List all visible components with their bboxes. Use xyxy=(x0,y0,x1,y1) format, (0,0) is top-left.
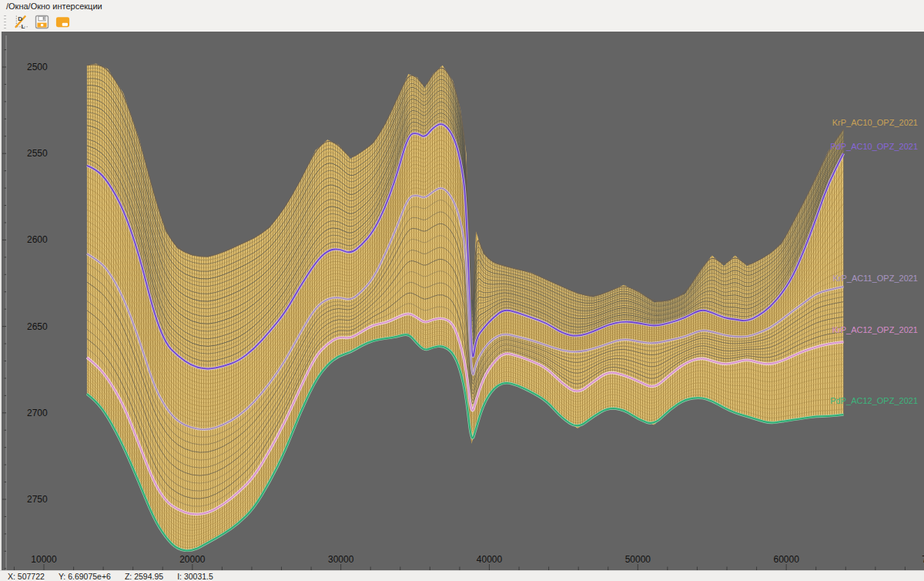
toolbar: D L xyxy=(0,12,924,32)
status-x-coordinate: X: 507722 xyxy=(8,572,45,581)
app-window: /Окна/Окно интерсекции D L xyxy=(0,0,924,581)
export-tray-icon xyxy=(55,14,71,30)
intersection-section-canvas[interactable]: 2500255026002650270027501000020000300004… xyxy=(2,32,924,570)
status-z-coordinate: Z: 2594.95 xyxy=(125,572,163,581)
save-button[interactable] xyxy=(32,13,51,31)
status-bar: X: 507722 Y: 6.69075e+6 Z: 2594.95 I: 30… xyxy=(0,570,924,581)
status-y-coordinate: Y: 6.69075e+6 xyxy=(59,572,111,581)
y-axis-label: 2750 xyxy=(27,494,48,505)
crossplot-tool-button[interactable]: D L xyxy=(12,13,30,31)
svg-text:L: L xyxy=(21,23,25,30)
status-i-coordinate: I: 30031.5 xyxy=(177,572,213,581)
crossplot-icon: D L xyxy=(13,14,29,30)
export-button[interactable] xyxy=(53,13,72,31)
x-axis-label: 30000 xyxy=(328,554,354,565)
x-axis-label: 50000 xyxy=(625,554,651,565)
intersection-plot-area[interactable]: 2500255026002650270027501000020000300004… xyxy=(0,32,924,570)
horizon-name-label: KrP_AC12_OPZ_2021 xyxy=(832,325,918,334)
toolbar-grip-handle[interactable] xyxy=(4,15,6,29)
horizon-name-label: PdP_AC12_OPZ_2021 xyxy=(830,396,918,405)
y-axis-label: 2500 xyxy=(27,62,48,72)
svg-text:D: D xyxy=(18,15,22,22)
y-axis-label: 2700 xyxy=(27,408,48,418)
window-title-bar: /Окна/Окно интерсекции xyxy=(0,0,924,12)
x-axis-label: 40000 xyxy=(477,554,503,565)
horizon-name-label: PdP_AC10_OPZ_2021 xyxy=(830,142,918,151)
x-axis-label: 10000 xyxy=(31,554,57,565)
window-title: /Окна/Окно интерсекции xyxy=(6,2,102,11)
horizon-name-label: KrP_AC11_OPZ_2021 xyxy=(833,274,918,283)
y-axis-label: 2650 xyxy=(27,321,48,332)
save-floppy-icon xyxy=(34,14,50,30)
horizon-name-label: KrP_AC10_OPZ_2021 xyxy=(832,118,918,127)
y-axis-label: 2600 xyxy=(27,234,48,245)
x-axis-label: 20000 xyxy=(179,554,206,565)
y-axis-label: 2550 xyxy=(27,148,48,159)
x-axis-label: 60000 xyxy=(773,554,799,565)
